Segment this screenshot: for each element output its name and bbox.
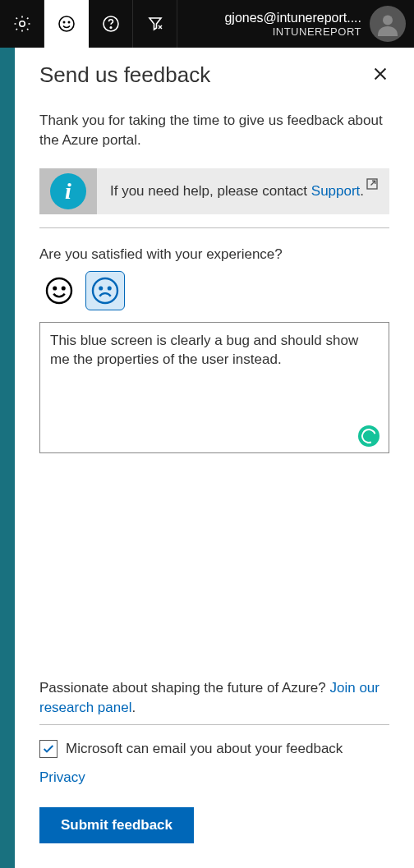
info-icon: i <box>50 173 86 209</box>
divider <box>39 227 389 228</box>
account-email: gjones@intunereport.... <box>224 10 361 25</box>
svg-point-0 <box>19 21 24 26</box>
svg-point-9 <box>53 287 56 289</box>
svg-point-10 <box>62 287 65 289</box>
top-bar: gjones@intunereport.... INTUNEREPORT <box>0 0 414 48</box>
intro-text: Thank you for taking the time to give us… <box>39 111 389 150</box>
research-panel-text: Passionate about shaping the future of A… <box>39 678 389 718</box>
info-text: If you need help, please contact Support… <box>97 168 389 214</box>
close-button[interactable] <box>371 65 389 85</box>
account-text: gjones@intunereport.... INTUNEREPORT <box>224 10 361 39</box>
svg-point-6 <box>383 16 393 25</box>
panel-header: Send us feedback <box>39 62 389 88</box>
sad-face-button[interactable] <box>85 271 125 310</box>
svg-point-12 <box>99 287 102 289</box>
account-section[interactable]: gjones@intunereport.... INTUNEREPORT <box>177 0 414 48</box>
popout-icon[interactable] <box>365 177 380 195</box>
svg-point-11 <box>93 278 117 303</box>
feedback-panel: Send us feedback Thank you for taking th… <box>15 48 414 868</box>
email-opt-row: Microsoft can email you about your feedb… <box>39 740 389 758</box>
passion-suffix: . <box>131 700 136 715</box>
satisfaction-faces <box>39 271 389 310</box>
happy-face-button[interactable] <box>39 271 79 310</box>
divider-2 <box>39 724 389 725</box>
panel-title: Send us feedback <box>39 62 210 88</box>
info-prefix: If you need help, please contact <box>110 183 311 199</box>
svg-point-8 <box>47 278 71 303</box>
grammarly-icon[interactable] <box>358 425 380 447</box>
privacy-link[interactable]: Privacy <box>39 769 389 786</box>
svg-point-5 <box>110 27 112 29</box>
account-tenant: INTUNEREPORT <box>224 25 361 39</box>
svg-point-2 <box>63 21 64 22</box>
filter-button[interactable] <box>133 0 177 48</box>
submit-button[interactable]: Submit feedback <box>39 807 194 843</box>
info-suffix: . <box>360 183 364 199</box>
svg-point-13 <box>108 287 111 289</box>
svg-point-3 <box>68 21 69 22</box>
satisfaction-question: Are you satisfied with your experience? <box>39 246 389 263</box>
avatar[interactable] <box>370 6 406 42</box>
email-opt-checkbox[interactable] <box>39 740 58 758</box>
help-button[interactable] <box>89 0 133 48</box>
spacer <box>39 473 389 679</box>
info-icon-wrap: i <box>39 168 97 214</box>
email-opt-label: Microsoft can email you about your feedb… <box>66 741 343 757</box>
settings-button[interactable] <box>0 0 44 48</box>
feedback-button[interactable] <box>44 0 89 48</box>
info-box: i If you need help, please contact Suppo… <box>39 168 389 214</box>
feedback-textarea[interactable] <box>39 322 389 453</box>
svg-point-1 <box>59 16 74 31</box>
left-rail <box>0 48 15 868</box>
textarea-wrap <box>39 322 389 457</box>
page-wrap: Send us feedback Thank you for taking th… <box>0 48 414 868</box>
support-link[interactable]: Support <box>311 183 361 199</box>
passion-prefix: Passionate about shaping the future of A… <box>39 680 329 696</box>
